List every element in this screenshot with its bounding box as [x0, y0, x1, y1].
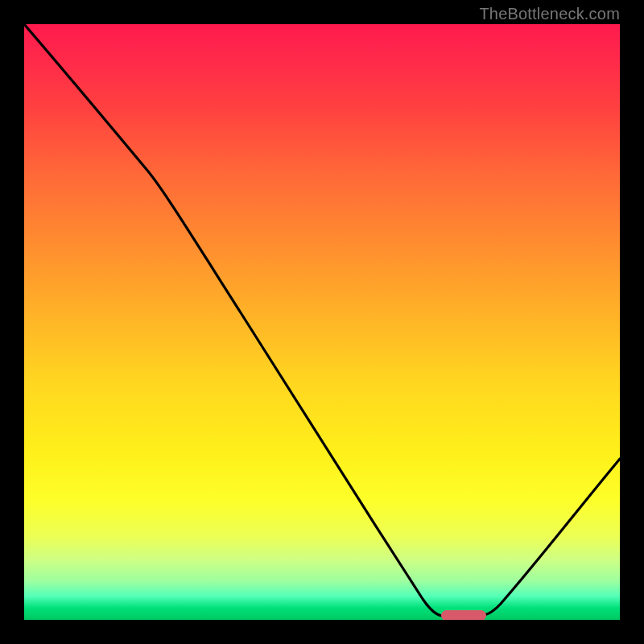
attribution-text: TheBottleneck.com [479, 5, 620, 23]
chart-svg [24, 24, 620, 620]
optimal-range-marker [441, 610, 486, 620]
chart-frame [24, 24, 620, 620]
bottleneck-curve [24, 24, 620, 616]
